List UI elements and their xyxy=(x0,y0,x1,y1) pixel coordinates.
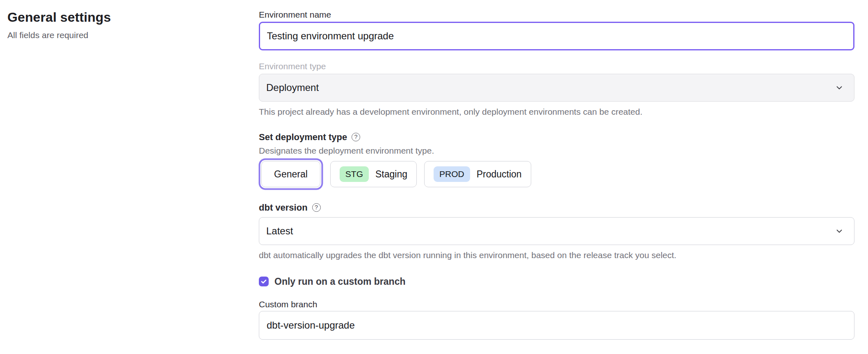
custom-branch-label: Custom branch xyxy=(259,300,854,309)
deployment-type-helper: Designates the deployment environment ty… xyxy=(259,146,854,155)
checkmark-icon xyxy=(260,278,267,285)
dbt-version-select[interactable]: Latest xyxy=(259,217,854,245)
deployment-type-help-icon[interactable]: ? xyxy=(352,133,360,141)
deployment-type-options: General STG Staging PROD Production xyxy=(259,161,854,188)
production-badge: PROD xyxy=(434,166,470,182)
staging-button-label: Staging xyxy=(375,169,407,180)
page-subtitle: All fields are required xyxy=(7,30,237,40)
custom-branch-checkbox-row: Only run on a custom branch xyxy=(259,277,854,286)
deployment-type-label: Set deployment type ? xyxy=(259,132,854,142)
chevron-down-icon xyxy=(835,84,843,92)
custom-branch-checkbox-label[interactable]: Only run on a custom branch xyxy=(274,276,405,287)
dbt-version-value: Latest xyxy=(266,225,293,237)
environment-type-helper: This project already has a development e… xyxy=(259,107,854,116)
general-button-label: General xyxy=(274,169,308,180)
custom-branch-input[interactable] xyxy=(259,311,854,340)
production-button-label: Production xyxy=(477,169,522,180)
custom-branch-checkbox[interactable] xyxy=(259,277,269,286)
page-title: General settings xyxy=(7,10,237,25)
dbt-version-help-icon[interactable]: ? xyxy=(312,203,321,212)
dbt-version-helper: dbt automatically upgrades the dbt versi… xyxy=(259,251,854,260)
environment-type-select[interactable]: Deployment xyxy=(259,74,854,102)
environment-settings-form: Environment name Environment type Deploy… xyxy=(259,0,854,340)
settings-intro: General settings All fields are required xyxy=(7,10,237,40)
environment-type-label: Environment type xyxy=(259,62,854,71)
dbt-version-label: dbt version ? xyxy=(259,203,854,212)
environment-name-label: Environment name xyxy=(259,10,854,19)
deployment-type-staging-button[interactable]: STG Staging xyxy=(330,161,417,187)
environment-type-value: Deployment xyxy=(266,82,319,93)
deployment-type-general-button[interactable]: General xyxy=(261,161,320,187)
chevron-down-icon xyxy=(835,227,843,235)
environment-name-input[interactable] xyxy=(259,22,854,50)
staging-badge: STG xyxy=(340,166,369,182)
environment-settings-page: General settings All fields are required… xyxy=(0,0,868,354)
deployment-type-production-button[interactable]: PROD Production xyxy=(424,161,531,187)
